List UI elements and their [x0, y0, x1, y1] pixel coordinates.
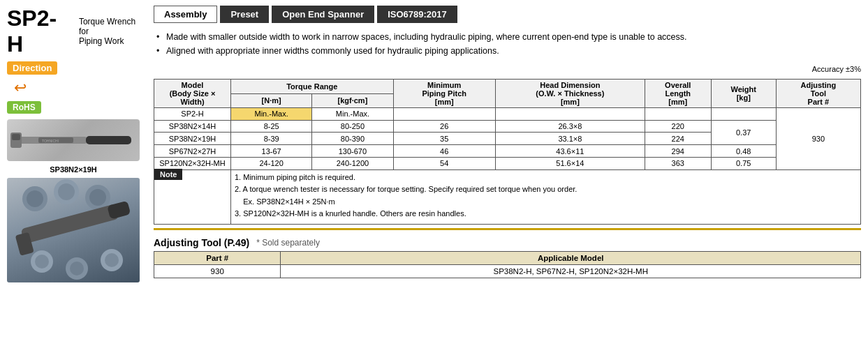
cell-length: 294: [645, 145, 711, 158]
cell-pitch: 26: [393, 120, 495, 133]
svg-point-11: [89, 189, 106, 206]
cell-head: [495, 108, 645, 121]
cell-model: SP120N2×32H-MH: [154, 157, 231, 169]
cell-weight: 0.37: [711, 120, 776, 144]
feature-bullets: Made with smaller outside width to work …: [154, 30, 861, 58]
cell-nm: 24-120: [231, 157, 312, 169]
cell-weight: 0.75: [711, 157, 776, 169]
table-row: SP67N2×27H 13-67 130-670 46 43.6×11 294 …: [154, 145, 861, 158]
direction-badge: Direction: [7, 61, 57, 75]
product-description: Torque Wrench for Piping Work: [79, 17, 147, 46]
cell-length: 224: [645, 133, 711, 145]
th-head-dim: Head Dimension(O.W. × Thickness)[mm]: [495, 80, 645, 108]
cell-head: 26.3×8: [495, 120, 645, 133]
note-content: 1. Minimum piping pitch is required. 2. …: [231, 169, 861, 225]
product-image: TOHNICHI: [7, 119, 140, 161]
cell-model: SP38N2×14H: [154, 120, 231, 133]
tabs-row: Assembly Preset Open End Spanner ISO6789…: [154, 6, 861, 23]
th-nm: [N·m]: [231, 93, 312, 108]
th-weight: Weight[kg]: [711, 80, 776, 108]
cell-length: 220: [645, 120, 711, 133]
note-label: Note: [154, 169, 182, 180]
adj-table-row: 930 SP38N2-H, SP67N2-H, SP120N2×32H-MH: [154, 265, 861, 278]
table-row: SP120N2×32H-MH 24-120 240-1200 54 51.6×1…: [154, 157, 861, 169]
cell-pitch: 35: [393, 133, 495, 145]
th-torque-range: Torque Range: [231, 80, 394, 94]
right-column: Assembly Preset Open End Spanner ISO6789…: [154, 6, 861, 349]
cell-head: 51.6×14: [495, 157, 645, 169]
cell-model: SP38N2×19H: [154, 133, 231, 145]
note-line-1: 1. Minimum piping pitch is required.: [235, 172, 857, 184]
table-row: SP38N2×14H 8-25 80-250 26 26.3×8 220 0.3…: [154, 120, 861, 133]
svg-rect-14: [107, 201, 131, 220]
table-row: SP2-H Min.-Max. Min.-Max. 930: [154, 108, 861, 121]
cell-pitch: 46: [393, 145, 495, 158]
arrow-icon: ↩: [14, 79, 27, 97]
product-photo: [7, 178, 140, 282]
cell-kgf: 130-670: [312, 145, 393, 158]
cell-model: SP2-H: [154, 108, 231, 121]
cell-length: 363: [645, 157, 711, 169]
svg-point-20: [105, 253, 119, 267]
tab-open-end-spanner[interactable]: Open End Spanner: [272, 6, 374, 23]
adj-th-model: Applicable Model: [281, 252, 861, 265]
page-wrapper: SP2-H Torque Wrench for Piping Work Dire…: [0, 0, 868, 355]
product-model-label: SP38N2×19H: [7, 165, 140, 174]
adj-cell-model: SP38N2-H, SP67N2-H, SP120N2×32H-MH: [281, 265, 861, 278]
product-desc-line2: Piping Work: [79, 36, 147, 46]
cell-weight: [711, 108, 776, 121]
adj-th-part: Part #: [154, 252, 281, 265]
svg-point-7: [27, 190, 43, 207]
cell-kgf: 80-250: [312, 120, 393, 133]
note-row: Note 1. Minimum piping pitch is required…: [154, 169, 861, 225]
spec-table: Model(Body Size × Width) Torque Range Mi…: [154, 79, 861, 220]
bullet-2: Aligned with appropriate inner widths co…: [156, 44, 861, 58]
cell-kgf: Min.-Max.: [312, 108, 393, 121]
cell-nm: Min.-Max.: [231, 108, 312, 121]
cell-weight: 0.48: [711, 145, 776, 158]
cell-nm: 13-67: [231, 145, 312, 158]
product-desc-line1: Torque Wrench for: [79, 17, 147, 36]
svg-rect-2: [12, 134, 20, 140]
adjusting-subtitle: * Sold separately: [256, 238, 320, 248]
th-overall-length: OverallLength[mm]: [645, 80, 711, 108]
th-min-pitch: MinimumPiping Pitch[mm]: [393, 80, 495, 108]
cell-nm: 8-25: [231, 120, 312, 133]
tab-preset[interactable]: Preset: [220, 6, 269, 23]
adjusting-section: Adjusting Tool (P.49) * Sold separately …: [154, 237, 861, 278]
cell-pitch: 54: [393, 157, 495, 169]
svg-point-9: [58, 183, 75, 200]
left-column: SP2-H Torque Wrench for Piping Work Dire…: [7, 6, 147, 349]
rohs-badge: RoHS: [7, 101, 41, 114]
product-code: SP2-H: [7, 6, 72, 57]
adjusting-title: Adjusting Tool (P.49) * Sold separately: [154, 237, 861, 248]
cell-nm: 8-39: [231, 133, 312, 145]
th-adjusting-part: AdjustingToolPart #: [776, 80, 860, 108]
cell-kgf: 240-1200: [312, 157, 393, 169]
th-model: Model(Body Size × Width): [154, 80, 231, 108]
cell-length: [645, 108, 711, 121]
accuracy-note: Accuracy ±3%: [154, 65, 861, 73]
svg-point-18: [70, 262, 84, 275]
adjusting-table: Part # Applicable Model 930 SP38N2-H, SP…: [154, 251, 861, 278]
adjusting-title-text: Adjusting Tool (P.49): [154, 237, 249, 248]
cell-head: 33.1×8: [495, 133, 645, 145]
svg-point-16: [35, 255, 49, 269]
cell-head: 43.6×11: [495, 145, 645, 158]
svg-text:TOHNICHI: TOHNICHI: [42, 139, 59, 143]
cell-kgf: 80-390: [312, 133, 393, 145]
note-line-2: 2. A torque wrench tester is necessary f…: [235, 183, 857, 208]
cell-part: 930: [776, 108, 860, 170]
adj-cell-part: 930: [154, 265, 281, 278]
th-kgf: [kgf·cm]: [312, 93, 393, 108]
product-header: SP2-H Torque Wrench for Piping Work: [7, 6, 147, 57]
tab-assembly[interactable]: Assembly: [154, 6, 217, 23]
tab-iso[interactable]: ISO6789:2017: [377, 6, 457, 23]
cell-pitch: [393, 108, 495, 121]
svg-rect-3: [86, 136, 131, 144]
bullet-1: Made with smaller outside width to work …: [156, 30, 861, 44]
note-line-3: 3. SP120N2×32H-MH is a knurled handle. O…: [235, 208, 857, 220]
gold-divider: [154, 228, 861, 230]
cell-model: SP67N2×27H: [154, 145, 231, 158]
